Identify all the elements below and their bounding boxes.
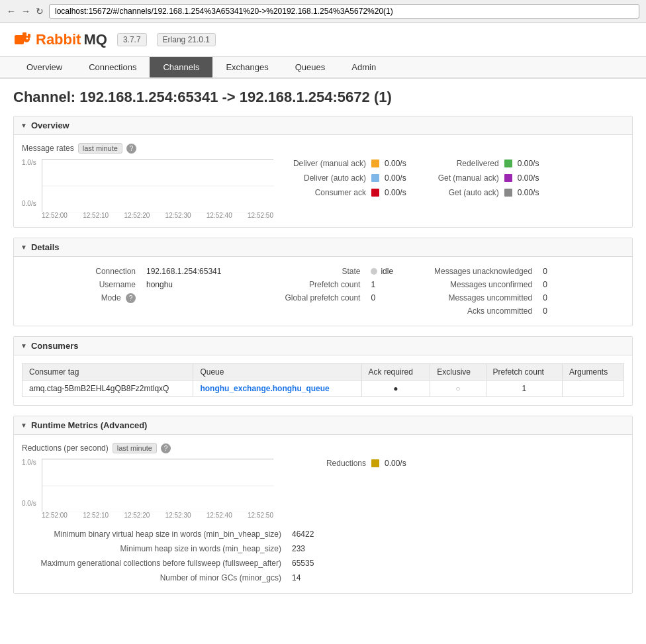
refresh-button[interactable]: ↻: [36, 6, 44, 17]
tab-queues[interactable]: Queues: [282, 57, 339, 77]
global-prefetch-value: 0: [365, 291, 398, 304]
username-value: honghu: [141, 278, 226, 291]
consumer-tag-cell: amq.ctag-5BmB2EHL4gQB8Fz2mtlqxQ: [23, 381, 193, 397]
reductions-rate-dot: [371, 459, 379, 467]
prefetch-row: Prefetch count 1: [246, 278, 398, 291]
runtime-section-body: Reductions (per second) last minute ? 1.…: [14, 435, 632, 593]
consumers-section-title: Consumers: [31, 341, 79, 351]
arguments-cell: [563, 381, 624, 397]
details-section-header: ▼ Details: [14, 238, 632, 257]
metrics-table-body: Minimum binary virtual heap size in word…: [22, 527, 624, 585]
get-manual-dot: [504, 174, 512, 182]
rate-item-deliver-manual: Deliver (manual ack) 0.00/s: [287, 159, 406, 168]
state-value: idle: [365, 265, 398, 278]
prefetch-label: Prefetch count: [246, 278, 365, 291]
svg-point-4: [26, 38, 28, 40]
details-right-col: Messages unacknowledged 0 Messages uncon…: [418, 265, 553, 318]
acks-uncommitted-label: Acks uncommitted: [418, 304, 537, 318]
rate-columns: Deliver (manual ack) 0.00/s Deliver (aut…: [287, 159, 539, 197]
consumer-ack-label: Consumer ack: [287, 188, 366, 197]
get-manual-label: Get (manual ack): [420, 173, 499, 183]
reductions-help-icon[interactable]: ?: [161, 443, 171, 453]
tab-channels[interactable]: Channels: [150, 57, 212, 77]
reductions-label: Reductions (per second): [22, 443, 109, 453]
url-bar[interactable]: [49, 4, 639, 19]
metric-label-3: Number of minor GCs (minor_gcs): [22, 571, 287, 585]
reductions-chart-canvas: [42, 459, 273, 512]
app-header: RabbitMQ 3.7.7 Erlang 21.0.1: [0, 23, 646, 57]
mode-help-icon[interactable]: ?: [126, 293, 136, 303]
metric-label-2: Maximum generational collections before …: [22, 556, 287, 571]
reductions-y-max: 1.0/s: [22, 459, 36, 466]
time-window-badge[interactable]: last minute: [78, 143, 122, 154]
overview-section-body: Message rates last minute ? 1.0/s: [14, 135, 632, 227]
metric-value-0: 46422: [287, 527, 624, 541]
reductions-y-min: 0.0/s: [22, 500, 36, 507]
help-icon[interactable]: ?: [126, 144, 136, 154]
version-badge: 3.7.7: [117, 33, 147, 46]
chart-canvas: [42, 159, 273, 212]
chart-svg: [42, 160, 274, 212]
nav-tabs: Overview Connections Channels Exchanges …: [0, 57, 646, 79]
chart-times: 12:52:00 12:52:10 12:52:20 12:52:30 12:5…: [42, 212, 273, 219]
metric-row-3: Number of minor GCs (minor_gcs) 14: [22, 571, 624, 585]
reductions-time-1: 12:52:10: [83, 512, 109, 519]
acks-uncommitted-value: 0: [537, 304, 553, 318]
table-row: amq.ctag-5BmB2EHL4gQB8Fz2mtlqxQ honghu_e…: [23, 381, 624, 397]
triangle-icon: ▼: [21, 244, 27, 251]
reductions-chart: 1.0/s 0.0/s 12:52:00 12:52:10 12:52: [22, 459, 273, 519]
overview-section-header: ▼ Overview: [14, 116, 632, 135]
metric-value-2: 65535: [287, 556, 624, 571]
deliver-auto-value: 0.00/s: [385, 173, 406, 183]
reductions-label-row: Reductions (per second) last minute ?: [22, 443, 624, 453]
deliver-auto-dot: [371, 174, 379, 182]
state-text: idle: [381, 267, 393, 276]
overview-section-title: Overview: [31, 120, 69, 130]
msgs-uncommitted-value: 0: [537, 291, 553, 304]
connection-label: Connection: [22, 265, 141, 278]
metric-label-1: Minimum heap size in words (min_heap_siz…: [22, 541, 287, 556]
tab-overview[interactable]: Overview: [13, 57, 75, 77]
tab-connections[interactable]: Connections: [75, 57, 150, 77]
reductions-time-3: 12:52:30: [165, 512, 191, 519]
message-rates-chart: 1.0/s 0.0/s 12:52:00 12:52:10: [22, 159, 273, 219]
rabbitmq-logo-icon: [13, 30, 33, 50]
reductions-time-0: 12:52:00: [42, 512, 68, 519]
triangle-icon: ▼: [21, 122, 27, 129]
reductions-time-badge[interactable]: last minute: [113, 443, 157, 453]
queue-cell[interactable]: honghu_exchange.honghu_queue: [193, 381, 361, 397]
msgs-unconfirmed-value: 0: [537, 278, 553, 291]
consumers-section-body: Consumer tag Queue Ack required Exclusiv…: [14, 355, 632, 405]
col-consumer-tag: Consumer tag: [23, 364, 193, 381]
prefetch-count-cell: 1: [486, 381, 563, 397]
forward-button[interactable]: →: [21, 6, 30, 17]
consumers-table-head: Consumer tag Queue Ack required Exclusiv…: [23, 364, 624, 381]
details-left-col: Connection 192.168.1.254:65341 Username …: [22, 265, 226, 318]
get-manual-value: 0.00/s: [518, 173, 539, 183]
triangle-icon: ▼: [21, 422, 27, 429]
state-row: State idle: [246, 265, 398, 278]
chart-time-5: 12:52:50: [248, 212, 273, 219]
rate-item-redelivered: Redelivered 0.00/s: [420, 159, 539, 168]
consumer-ack-value: 0.00/s: [385, 188, 406, 197]
chart-time-0: 12:52:00: [42, 212, 68, 219]
metric-row-2: Maximum generational collections before …: [22, 556, 624, 571]
back-button[interactable]: ←: [7, 6, 16, 17]
tab-admin[interactable]: Admin: [338, 57, 389, 77]
prefetch-value: 1: [365, 278, 398, 291]
rate-item-get-auto: Get (auto ack) 0.00/s: [420, 188, 539, 197]
tab-exchanges[interactable]: Exchanges: [212, 57, 281, 77]
redelivered-value: 0.00/s: [518, 159, 539, 168]
runtime-metrics-section: ▼ Runtime Metrics (Advanced) Reductions …: [13, 416, 633, 594]
chart-row: 1.0/s 0.0/s 12:52:00 12:52:10: [22, 159, 624, 219]
metric-row-0: Minimum binary virtual heap size in word…: [22, 527, 624, 541]
msgs-uncommitted-row: Messages uncommitted 0: [418, 291, 553, 304]
deliver-auto-label: Deliver (auto ack): [287, 173, 366, 183]
logo-mq-text: MQ: [83, 31, 107, 48]
logo-rabbit-text: Rabbit: [36, 31, 81, 48]
svg-rect-0: [15, 35, 24, 44]
connection-row: Connection 192.168.1.254:65341: [22, 265, 226, 278]
consumers-table: Consumer tag Queue Ack required Exclusiv…: [22, 363, 624, 397]
connection-value[interactable]: 192.168.1.254:65341: [141, 265, 226, 278]
reductions-rate-label: Reductions: [287, 459, 366, 468]
